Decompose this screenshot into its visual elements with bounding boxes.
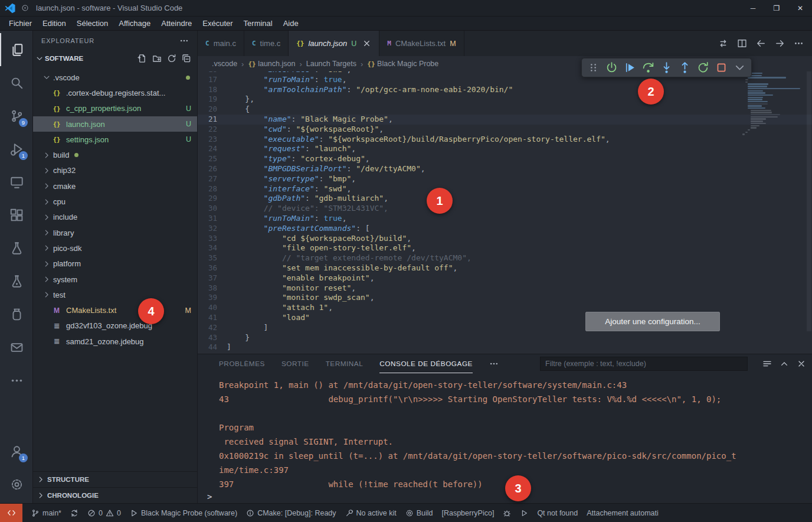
section-structure[interactable]: STRUCTURE xyxy=(33,471,197,487)
activity-account[interactable]: 1 xyxy=(0,435,33,468)
panel-tab-sortie[interactable]: SORTIE xyxy=(281,354,309,373)
activity-run-debug[interactable]: 1 xyxy=(0,132,33,165)
breadcrumb-black-magic-probe[interactable]: {} Black Magic Probe xyxy=(367,60,438,68)
continue-icon[interactable] xyxy=(624,61,636,74)
status-attachement-automati[interactable]: Attachement automati xyxy=(587,509,659,517)
maximize-button[interactable]: ❐ xyxy=(765,0,788,16)
chevron-up-icon[interactable] xyxy=(780,359,789,368)
panel-tab-terminal[interactable]: TERMINAL xyxy=(326,354,364,373)
status-play-icon[interactable] xyxy=(520,509,528,517)
arrow-left-icon[interactable] xyxy=(756,38,766,48)
step-out-icon[interactable] xyxy=(679,61,691,74)
status-sync-icon[interactable] xyxy=(70,509,78,517)
tree-item-launch-json[interactable]: {}launch.jsonU xyxy=(33,116,197,132)
editor-scrollbar[interactable] xyxy=(807,71,811,331)
workspace-section-header[interactable]: SOFTWARE xyxy=(33,51,197,66)
tree-item-c-cpp-properties-json[interactable]: {}c_cpp_properties.jsonU xyxy=(33,101,197,116)
tree-item-system[interactable]: system xyxy=(33,272,197,287)
activity-explorer[interactable] xyxy=(0,33,33,66)
tree-item-gd32vf103-ozone-jdebug[interactable]: ≣gd32vf103_ozone.jdebug xyxy=(33,318,197,334)
filter-input[interactable] xyxy=(540,357,748,371)
menu-selection[interactable]: Sélection xyxy=(71,17,113,30)
menu-aide[interactable]: Aide xyxy=(278,17,304,30)
status-qt-not-found[interactable]: Qt not found xyxy=(537,509,578,517)
menu-edition[interactable]: Edition xyxy=(37,17,71,30)
console-prompt[interactable]: > xyxy=(207,492,212,501)
tree-item-settings-json[interactable]: {}settings.jsonU xyxy=(33,132,197,147)
remote-indicator[interactable] xyxy=(0,504,22,522)
tree-item-chip32[interactable]: chip32 xyxy=(33,163,197,178)
tab-main-c[interactable]: Cmain.c xyxy=(198,31,244,56)
activity-test-explorer[interactable] xyxy=(0,231,33,265)
chevron-down-icon[interactable] xyxy=(734,61,746,74)
step-into-icon[interactable] xyxy=(660,61,673,74)
activity-jar[interactable] xyxy=(0,298,33,331)
status-no-active-kit[interactable]: No active kit xyxy=(345,509,397,517)
status-cmake-debug-ready[interactable]: CMake: [Debug]: Ready xyxy=(246,509,336,517)
menu-executer[interactable]: Exécuter xyxy=(197,17,238,30)
new-file-icon[interactable] xyxy=(137,54,147,63)
breadcrumb-launch-json[interactable]: {} launch.json xyxy=(248,60,295,68)
tree-item-library[interactable]: library xyxy=(33,225,197,240)
tree-item-cpu[interactable]: cpu xyxy=(33,194,197,209)
more-icon[interactable] xyxy=(489,359,499,368)
swap-icon[interactable] xyxy=(718,38,728,48)
breadcrumb-launch-targets[interactable]: Launch Targets xyxy=(306,60,356,68)
activity-search[interactable] xyxy=(0,66,33,99)
minimap[interactable] xyxy=(742,73,804,136)
stop-icon[interactable] xyxy=(715,61,728,74)
status-item[interactable]: 00 xyxy=(87,509,121,517)
status-raspberrypico[interactable]: [RaspberryPico] xyxy=(441,509,494,517)
activity-remote-explorer[interactable] xyxy=(0,165,33,198)
tree-item-cortex-debug-registers-stat[interactable]: {}.cortex-debug.registers.stat... xyxy=(33,85,197,100)
add-configuration-button[interactable]: Ajouter une configuration... xyxy=(585,312,720,331)
more-icon[interactable] xyxy=(794,38,804,48)
section-chronologie[interactable]: CHRONOLOGIE xyxy=(33,487,197,503)
menu-fichier[interactable]: Fichier xyxy=(4,17,37,30)
tab-launch-json[interactable]: {}launch.jsonU xyxy=(289,31,379,56)
restart-icon[interactable] xyxy=(697,61,709,74)
tree-item-build[interactable]: build xyxy=(33,147,197,162)
close-window-button[interactable]: ✕ xyxy=(788,0,812,16)
arrow-right-icon[interactable] xyxy=(775,38,785,48)
refresh-icon[interactable] xyxy=(167,54,176,63)
activity-more-views[interactable] xyxy=(0,364,33,397)
menu-atteindre[interactable]: Atteindre xyxy=(156,17,197,30)
activity-extensions[interactable] xyxy=(0,198,33,231)
status-bug-icon[interactable] xyxy=(503,509,511,517)
status-build[interactable]: Build xyxy=(405,509,433,517)
tree-item-platform[interactable]: platform xyxy=(33,256,197,272)
tree-item-include[interactable]: include xyxy=(33,210,197,225)
panel-tab-problemes[interactable]: PROBLÈMES xyxy=(219,354,265,373)
collapse-all-icon[interactable] xyxy=(182,54,191,63)
code-editor[interactable]: 16 "interface": "swd",17 "runToMain": tr… xyxy=(198,71,812,354)
activity-source-control[interactable]: 9 xyxy=(0,99,33,132)
tab-cmakelists-txt[interactable]: MCMakeLists.txtM xyxy=(379,31,464,56)
menu-terminal[interactable]: Terminal xyxy=(238,17,278,30)
new-folder-icon[interactable] xyxy=(152,54,162,63)
minimize-button[interactable]: ─ xyxy=(741,0,765,16)
panel-tab-console-de-debogage[interactable]: CONSOLE DE DÉBOGAGE xyxy=(379,354,473,373)
status-black-magic-probe-software[interactable]: Black Magic Probe (software) xyxy=(130,509,237,517)
tree-item-samd21-ozone-jdebug[interactable]: ≣samd21_ozone.jdebug xyxy=(33,334,197,349)
activity-settings[interactable] xyxy=(0,468,33,501)
activity-mail[interactable] xyxy=(0,331,33,364)
tree-item-cmakelists-txt[interactable]: MCMakeLists.txtM xyxy=(33,302,197,318)
explorer-more-icon[interactable] xyxy=(179,36,189,45)
lines-icon[interactable] xyxy=(762,359,772,368)
close-tab-icon[interactable] xyxy=(362,39,371,48)
tab-time-c[interactable]: Ctime.c xyxy=(244,31,289,56)
tree-item-vscode[interactable]: .vscode xyxy=(33,70,197,85)
close-icon[interactable] xyxy=(797,359,806,368)
step-over-icon[interactable] xyxy=(642,61,654,74)
tree-item-test[interactable]: test xyxy=(33,287,197,302)
grip-icon[interactable] xyxy=(587,61,600,74)
status-main[interactable]: main* xyxy=(31,509,61,517)
menu-affichage[interactable]: Affichage xyxy=(113,17,156,30)
tree-item-pico-sdk[interactable]: pico-sdk xyxy=(33,240,197,256)
tree-item-cmake[interactable]: cmake xyxy=(33,178,197,194)
breadcrumb-vscode[interactable]: .vscode xyxy=(212,60,237,68)
activity-test-adapter[interactable] xyxy=(0,265,33,298)
power-icon[interactable] xyxy=(605,61,618,74)
split-editor-icon[interactable] xyxy=(737,38,747,48)
